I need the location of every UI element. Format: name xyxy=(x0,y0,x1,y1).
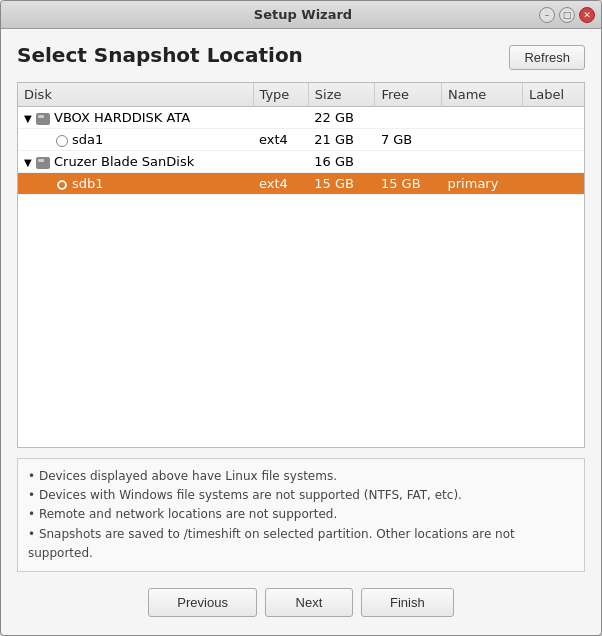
cell-type: ext4 xyxy=(253,173,308,195)
close-button[interactable]: ✕ xyxy=(579,7,595,23)
col-type: Type xyxy=(253,83,308,107)
cell-size: 22 GB xyxy=(308,107,375,129)
radio-button[interactable] xyxy=(56,179,68,191)
disk-label: VBOX HARDDISK ATA xyxy=(54,110,190,125)
minimize-button[interactable]: – xyxy=(539,7,555,23)
cell-name xyxy=(442,129,523,151)
maximize-button[interactable]: □ xyxy=(559,7,575,23)
cell-label xyxy=(523,151,584,173)
cell-free xyxy=(375,151,442,173)
window-title: Setup Wizard xyxy=(67,7,539,22)
cell-name xyxy=(442,151,523,173)
cell-name: primary xyxy=(442,173,523,195)
cell-size: 21 GB xyxy=(308,129,375,151)
table-row[interactable]: ▼VBOX HARDDISK ATA22 GB xyxy=(18,107,584,129)
table-row[interactable]: sda1ext421 GB7 GB xyxy=(18,129,584,151)
note-line: • Remote and network locations are not s… xyxy=(28,505,574,524)
cell-type: ext4 xyxy=(253,129,308,151)
window-controls: – □ ✕ xyxy=(539,7,595,23)
next-button[interactable]: Next xyxy=(265,588,353,617)
radio-button[interactable] xyxy=(56,135,68,147)
expand-arrow[interactable]: ▼ xyxy=(24,157,34,168)
cell-free xyxy=(375,107,442,129)
cell-disk: ▼VBOX HARDDISK ATA xyxy=(18,107,253,129)
cell-disk: sda1 xyxy=(18,129,253,151)
notes-box: • Devices displayed above have Linux fil… xyxy=(17,458,585,572)
previous-button[interactable]: Previous xyxy=(148,588,257,617)
refresh-button[interactable]: Refresh xyxy=(509,45,585,70)
cell-free: 15 GB xyxy=(375,173,442,195)
cell-free: 7 GB xyxy=(375,129,442,151)
cell-label xyxy=(523,173,584,195)
col-free: Free xyxy=(375,83,442,107)
table-row[interactable]: sdb1ext415 GB15 GBprimary xyxy=(18,173,584,195)
header-row: Select Snapshot Location Refresh xyxy=(17,43,585,70)
cell-size: 16 GB xyxy=(308,151,375,173)
note-line: • Devices with Windows file systems are … xyxy=(28,486,574,505)
table-row[interactable]: ▼Cruzer Blade SanDisk16 GB xyxy=(18,151,584,173)
cell-type xyxy=(253,107,308,129)
col-name: Name xyxy=(442,83,523,107)
finish-button[interactable]: Finish xyxy=(361,588,454,617)
cell-disk: ▼Cruzer Blade SanDisk xyxy=(18,151,253,173)
titlebar: Setup Wizard – □ ✕ xyxy=(1,1,601,29)
disk-table: Disk Type Size Free Name Label ▼VBOX HAR… xyxy=(18,83,584,195)
cell-type xyxy=(253,151,308,173)
note-line: • Devices displayed above have Linux fil… xyxy=(28,467,574,486)
expand-arrow[interactable]: ▼ xyxy=(24,113,34,124)
partition-label: sdb1 xyxy=(72,176,104,191)
disk-table-container: Disk Type Size Free Name Label ▼VBOX HAR… xyxy=(17,82,585,448)
cell-disk: sdb1 xyxy=(18,173,253,195)
col-size: Size xyxy=(308,83,375,107)
col-disk: Disk xyxy=(18,83,253,107)
cell-size: 15 GB xyxy=(308,173,375,195)
cell-label xyxy=(523,129,584,151)
table-header-row: Disk Type Size Free Name Label xyxy=(18,83,584,107)
disk-label: Cruzer Blade SanDisk xyxy=(54,154,194,169)
note-line: • Snapshots are saved to /timeshift on s… xyxy=(28,525,574,563)
disk-icon xyxy=(36,157,50,169)
col-label: Label xyxy=(523,83,584,107)
main-content: Select Snapshot Location Refresh Disk Ty… xyxy=(1,29,601,635)
footer-buttons: Previous Next Finish xyxy=(17,582,585,625)
setup-wizard-window: Setup Wizard – □ ✕ Select Snapshot Locat… xyxy=(0,0,602,636)
disk-icon xyxy=(36,113,50,125)
partition-label: sda1 xyxy=(72,132,103,147)
cell-name xyxy=(442,107,523,129)
cell-label xyxy=(523,107,584,129)
page-title: Select Snapshot Location xyxy=(17,43,303,67)
